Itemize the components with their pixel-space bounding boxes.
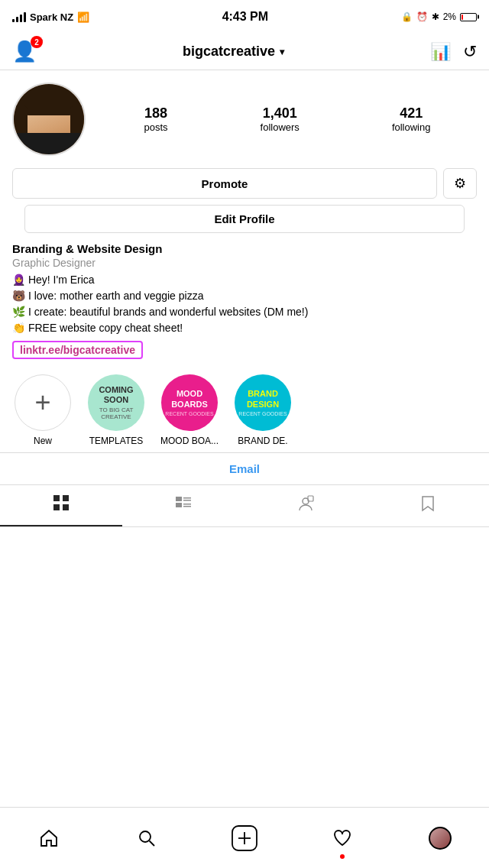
nav-bar: 👤 ➕ 2 bigcatcreative ▾ 📊 ↺: [0, 34, 489, 70]
nav-activity[interactable]: [293, 808, 391, 868]
history-icon[interactable]: ↺: [463, 42, 477, 62]
hl-templates-bg: COMINGSOON TO BIG CAT CREATIVE: [88, 374, 144, 431]
bio-name: Branding & Website Design: [12, 242, 477, 255]
highlight-label-brand: BRAND DE.: [238, 436, 287, 446]
followers-count: 1,401: [263, 105, 297, 121]
status-bar: Spark NZ 📶 4:43 PM 🔒 ⏰ ✱ 2%: [0, 0, 489, 34]
highlight-circle-templates: COMINGSOON TO BIG CAT CREATIVE: [88, 374, 144, 431]
following-label: following: [392, 121, 431, 133]
username-dropdown[interactable]: bigcatcreative ▾: [183, 44, 284, 60]
svg-rect-9: [183, 506, 191, 507]
nav-profile[interactable]: [391, 808, 489, 868]
plus-icon: +: [34, 389, 50, 416]
profile-section: 188 posts 1,401 followers 421 following: [0, 70, 489, 162]
nav-right: 📊 ↺: [430, 42, 477, 62]
promote-button[interactable]: Promote: [12, 168, 437, 199]
edit-profile-button[interactable]: Edit Profile: [24, 205, 465, 233]
highlight-circle-new: +: [15, 374, 71, 431]
svg-rect-1: [63, 495, 69, 501]
posts-stat[interactable]: 188 posts: [144, 105, 168, 133]
status-right: 🔒 ⏰ ✱ 2%: [401, 11, 477, 22]
svg-rect-7: [176, 503, 182, 507]
posts-count: 188: [144, 105, 167, 121]
avatar[interactable]: [12, 83, 86, 156]
nav-home[interactable]: [0, 808, 98, 868]
settings-button[interactable]: ⚙: [443, 168, 477, 199]
heart-icon: [332, 828, 352, 848]
highlight-brand[interactable]: BRANDDESIGN RECENT GOODIES BRAND DE.: [232, 374, 293, 446]
profile-avatar-thumb: [429, 827, 452, 850]
svg-point-12: [140, 831, 151, 842]
tab-tagged[interactable]: [244, 485, 367, 526]
username-label: bigcatcreative: [183, 44, 275, 60]
grid-icon: [53, 494, 70, 516]
signal-icon: [12, 11, 26, 22]
bio-line-2: 🐻 I love: mother earth and veggie pizza: [12, 288, 477, 304]
svg-rect-3: [63, 504, 69, 510]
svg-rect-6: [183, 500, 191, 501]
svg-rect-0: [53, 495, 60, 501]
highlight-label-mood: MOOD BOA...: [160, 436, 219, 446]
stats-row: 188 posts 1,401 followers 421 following: [98, 105, 477, 133]
highlight-circle-mood: MOODBOARDS RECENT GOODIES: [161, 374, 218, 431]
tab-saved[interactable]: [367, 485, 489, 526]
person-tag-icon: [297, 495, 314, 517]
highlight-templates[interactable]: COMINGSOON TO BIG CAT CREATIVE TEMPLATES: [86, 374, 147, 446]
tab-bar: [0, 485, 489, 527]
following-count: 421: [400, 105, 423, 121]
highlight-new[interactable]: + New: [12, 374, 73, 446]
hl-brand-bg: BRANDDESIGN RECENT GOODIES: [235, 374, 291, 431]
bottom-nav: [0, 807, 489, 868]
posts-label: posts: [144, 121, 168, 133]
tab-list[interactable]: [122, 485, 244, 526]
svg-rect-8: [183, 504, 191, 505]
tab-grid[interactable]: [0, 485, 122, 526]
email-button[interactable]: Email: [229, 462, 260, 475]
highlight-label-templates: TEMPLATES: [89, 436, 143, 446]
add-user-button[interactable]: 👤 ➕ 2: [12, 40, 37, 63]
followers-stat[interactable]: 1,401 followers: [261, 105, 300, 133]
highlight-label-new: New: [34, 436, 52, 446]
highlight-mood[interactable]: MOODBOARDS RECENT GOODIES MOOD BOA...: [159, 374, 220, 446]
bookmark-icon: [421, 495, 435, 517]
notification-badge: 2: [31, 36, 43, 48]
search-icon: [137, 828, 157, 848]
bio-line-4: 👏 FREE website copy cheat sheet!: [12, 320, 477, 336]
svg-rect-2: [53, 504, 60, 510]
hl-mood-bg: MOODBOARDS RECENT GOODIES: [161, 374, 218, 431]
list-icon: [175, 495, 192, 517]
highlight-circle-brand: BRANDDESIGN RECENT GOODIES: [235, 374, 291, 431]
contact-row: Email: [0, 452, 489, 485]
battery-icon: [460, 13, 477, 21]
gear-icon: ⚙: [454, 175, 466, 192]
home-icon: [39, 828, 59, 848]
status-time: 4:43 PM: [222, 10, 268, 24]
bio-subtitle: Graphic Designer: [12, 257, 477, 269]
edit-profile-row: Edit Profile: [0, 205, 489, 242]
bio-line-3: 🌿 I create: beautiful brands and wonderf…: [12, 304, 477, 320]
bluetooth-icon: ✱: [432, 11, 439, 22]
bio-section: Branding & Website Design Graphic Design…: [0, 242, 489, 368]
highlights-row: + New COMINGSOON TO BIG CAT CREATIVE TEM…: [0, 368, 489, 449]
followers-label: followers: [261, 121, 300, 133]
nav-search[interactable]: [98, 808, 196, 868]
activity-dot: [340, 854, 345, 859]
battery-label: 2%: [443, 11, 456, 22]
action-buttons: Promote ⚙: [0, 162, 489, 205]
status-left: Spark NZ 📶: [12, 11, 89, 23]
lock-icon: 🔒: [401, 11, 413, 22]
nav-add[interactable]: [196, 808, 293, 868]
wifi-icon: 📶: [77, 11, 89, 23]
alarm-icon: ⏰: [416, 11, 428, 22]
chevron-down-icon: ▾: [280, 47, 284, 57]
bio-link[interactable]: linktr.ee/bigcatcreative: [12, 341, 143, 359]
following-stat[interactable]: 421 following: [392, 105, 431, 133]
svg-line-13: [150, 840, 155, 846]
add-post-icon: [231, 824, 258, 852]
svg-rect-4: [176, 497, 182, 501]
svg-rect-5: [183, 497, 191, 499]
stats-icon[interactable]: 📊: [430, 42, 451, 62]
carrier-label: Spark NZ: [30, 11, 73, 23]
bio-line-1: 🧕 Hey! I'm Erica: [12, 272, 477, 288]
